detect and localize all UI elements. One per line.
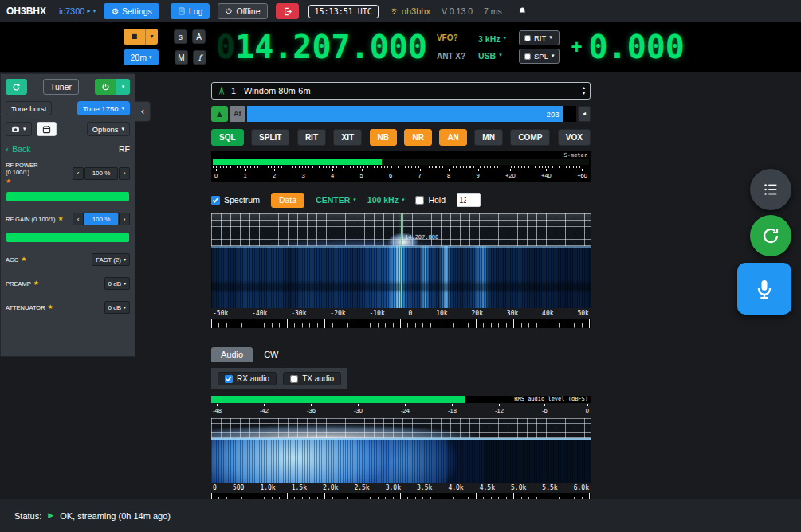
- toggle-button[interactable]: SPLIT: [251, 129, 289, 146]
- mode-dropdown[interactable]: USB▾: [478, 51, 506, 61]
- top-navbar: OH3BHX ic7300 ▸ ▾ ⚙ Settings Log Offline…: [0, 0, 801, 22]
- caret-down-icon: ▾: [503, 36, 506, 41]
- status-text: OK, streaming (0h 14m ago): [60, 511, 171, 521]
- audio-tabs: Audio CW: [211, 347, 591, 362]
- rig-selector[interactable]: ic7300 ▸ ▾: [59, 6, 96, 16]
- preamp-dropdown[interactable]: 0 dB▾: [104, 277, 130, 290]
- hold-toggle[interactable]: Hold: [415, 195, 446, 205]
- rf-power-decrement[interactable]: ‹: [73, 167, 84, 180]
- favorite-star-icon[interactable]: ★: [58, 216, 64, 222]
- rit-toggle[interactable]: RIT▾: [519, 30, 560, 45]
- stop-caret-button[interactable]: ▾: [145, 29, 158, 45]
- list-fab-button[interactable]: [750, 169, 791, 210]
- latency-label: 7 ms: [484, 6, 502, 16]
- data-mode-button[interactable]: Data: [271, 193, 304, 208]
- toggle-button[interactable]: AN: [439, 129, 466, 146]
- agc-dropdown[interactable]: FAST (2)▾: [92, 253, 130, 266]
- tab-cw[interactable]: CW: [254, 347, 288, 362]
- favorite-star-icon[interactable]: ★: [48, 304, 53, 311]
- tx-audio-checkbox[interactable]: [290, 375, 298, 383]
- refresh-button[interactable]: [6, 79, 27, 95]
- favorite-star-icon[interactable]: ★: [33, 280, 39, 287]
- options-button[interactable]: Options▾: [87, 122, 130, 136]
- spectrum-checkbox[interactable]: [211, 196, 220, 205]
- hold-count-input[interactable]: [457, 193, 481, 207]
- notifications-button[interactable]: [518, 6, 527, 16]
- antenna-select[interactable]: 1 - Windom 80m-6m ▴▾: [211, 82, 591, 100]
- agc-label: AGC: [6, 256, 18, 264]
- tab-audio[interactable]: Audio: [211, 347, 253, 362]
- offline-button[interactable]: Offline: [218, 3, 267, 19]
- toggle-button[interactable]: NR: [404, 129, 431, 146]
- log-button[interactable]: Log: [171, 3, 210, 19]
- toggle-button[interactable]: RIT: [297, 129, 326, 146]
- rms-level-meter: RMS audio level (dBFS): [211, 396, 591, 403]
- memo-a-button[interactable]: A: [192, 29, 206, 44]
- rf-gain-increment[interactable]: ›: [119, 213, 130, 225]
- rx-audio-checkbox[interactable]: [225, 375, 233, 383]
- rx-audio-toggle[interactable]: RX audio: [218, 372, 277, 385]
- back-link[interactable]: ‹Back: [6, 144, 31, 154]
- tone-burst-button[interactable]: Tone burst: [6, 101, 52, 115]
- spectrum-toggle[interactable]: Spectrum: [211, 195, 260, 205]
- rms-level-fill: [211, 396, 465, 403]
- power-caret-button[interactable]: ▾: [116, 79, 130, 95]
- af-collapse-button[interactable]: ◂: [578, 106, 591, 122]
- volume-button[interactable]: ▲: [211, 106, 228, 122]
- tuner-button[interactable]: Tuner: [43, 79, 79, 95]
- af-level-fill: 203: [247, 106, 563, 122]
- panel-collapse-button[interactable]: ‹: [135, 101, 151, 122]
- center-frequency-label: 14.207.000: [405, 234, 438, 241]
- settings-button[interactable]: ⚙ Settings: [104, 3, 159, 19]
- af-level-bar[interactable]: 203: [247, 106, 577, 122]
- power-button[interactable]: [95, 79, 116, 95]
- memo-m-button[interactable]: M: [175, 50, 188, 65]
- spectrum-mode-dropdown[interactable]: CENTER▾: [316, 195, 356, 205]
- memo-s-button[interactable]: s: [174, 29, 187, 44]
- tx-audio-toggle[interactable]: TX audio: [283, 372, 341, 385]
- rf-power-value[interactable]: 100 %: [84, 167, 118, 180]
- filter-dropdown[interactable]: 3 kHz▾: [478, 34, 506, 44]
- toggle-button[interactable]: MN: [474, 129, 503, 146]
- rit-checkbox[interactable]: [524, 35, 531, 41]
- tone-select-button[interactable]: Tone 1750▾: [77, 101, 130, 115]
- split-toggle[interactable]: SPL▾: [519, 49, 560, 64]
- camera-button[interactable]: ▾: [6, 122, 32, 136]
- spl-checkbox[interactable]: [524, 53, 531, 60]
- s-meter-bar: [213, 159, 589, 165]
- spectrum-controls: Spectrum Data CENTER▾ 100 kHz▾ Hold: [211, 192, 591, 208]
- hold-checkbox[interactable]: [415, 196, 424, 205]
- band-select-button[interactable]: 20m▾: [124, 49, 159, 65]
- s-meter-tick: 6: [389, 169, 392, 179]
- rf-gain-bar: [6, 233, 129, 242]
- frequency-display[interactable]: 014.207.000: [216, 31, 427, 63]
- refresh-icon: [12, 83, 21, 92]
- toggle-button[interactable]: COMP: [510, 129, 550, 146]
- logout-button[interactable]: [276, 3, 299, 19]
- stop-button[interactable]: ■: [124, 29, 145, 45]
- audio-waterfall: [211, 438, 591, 483]
- microphone-fab-button[interactable]: [737, 263, 791, 315]
- toggle-button[interactable]: VOX: [558, 129, 591, 146]
- rf-gain-decrement[interactable]: ‹: [73, 213, 84, 225]
- af-value: 203: [547, 110, 560, 119]
- s-meter-tick: 1: [244, 169, 247, 179]
- toggle-button[interactable]: SQL: [211, 129, 244, 146]
- attenuator-control: ATTENUATOR★ 0 dB▾: [6, 301, 130, 314]
- toggle-button[interactable]: NB: [370, 129, 397, 146]
- rf-power-increment[interactable]: ›: [119, 167, 130, 180]
- spectrum-span-dropdown[interactable]: 100 kHz▾: [367, 195, 405, 205]
- rms-tick: 0: [586, 404, 589, 414]
- signal-icon: [390, 7, 399, 16]
- attenuator-dropdown[interactable]: 0 dB▾: [104, 301, 130, 314]
- reconnect-fab-button[interactable]: [750, 215, 791, 256]
- favorite-star-icon[interactable]: ★: [21, 256, 26, 263]
- agc-control: AGC★ FAST (2)▾: [6, 253, 130, 266]
- favorite-star-icon[interactable]: ★: [6, 178, 11, 185]
- spectrum-display[interactable]: 14.207.000: [211, 213, 591, 308]
- memo-f-button[interactable]: f: [193, 50, 206, 65]
- calendar-button[interactable]: [37, 122, 57, 136]
- toggle-button[interactable]: XIT: [333, 129, 362, 146]
- rms-tick: -48: [213, 404, 222, 414]
- rf-gain-value[interactable]: 100 %: [84, 213, 118, 225]
